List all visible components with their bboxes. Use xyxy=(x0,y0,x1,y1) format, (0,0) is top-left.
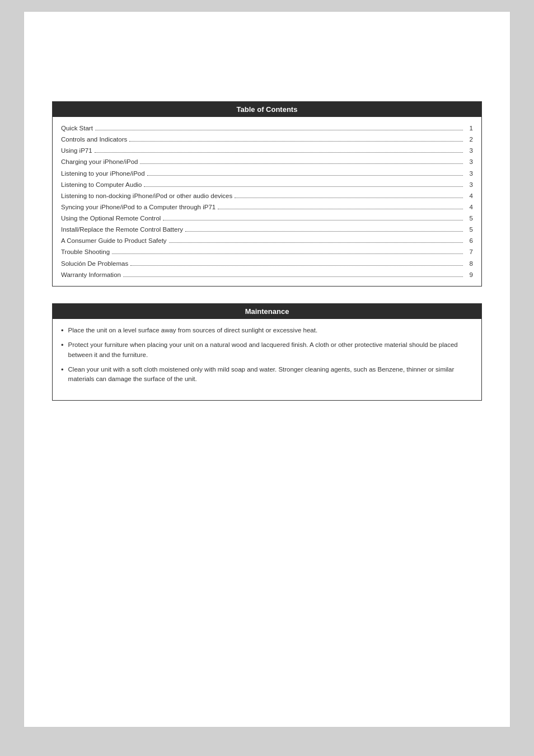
toc-dots xyxy=(185,231,463,232)
maintenance-bullet: Place the unit on a level surface away f… xyxy=(61,326,473,336)
toc-entry-title: Syncing your iPhone/iPod to a Computer t… xyxy=(61,201,216,213)
toc-dots xyxy=(112,253,463,254)
toc-section: Table of Contents Quick Start1Controls a… xyxy=(52,101,482,287)
toc-entry-page: 7 xyxy=(465,246,473,257)
toc-entry-title: Install/Replace the Remote Control Batte… xyxy=(61,224,183,235)
toc-row: Charging your iPhone/iPod3 xyxy=(61,156,473,167)
toc-dots xyxy=(95,152,463,153)
maintenance-header: Maintenance xyxy=(53,304,481,319)
maintenance-list: Place the unit on a level surface away f… xyxy=(61,326,473,384)
toc-entry-page: 1 xyxy=(465,123,473,134)
toc-entry-title: Trouble Shooting xyxy=(61,246,110,257)
toc-dots xyxy=(163,220,463,220)
toc-entry-page: 2 xyxy=(465,134,473,145)
toc-row: Warranty Information9 xyxy=(61,269,473,280)
toc-entry-title: Charging your iPhone/iPod xyxy=(61,156,138,167)
toc-entry-page: 3 xyxy=(465,156,473,167)
toc-entry-page: 9 xyxy=(465,269,473,280)
toc-row: Quick Start1 xyxy=(61,123,473,134)
toc-entry-title: Listening to non-docking iPhone/iPod or … xyxy=(61,190,232,201)
toc-row: Using the Optional Remote Control5 xyxy=(61,213,473,224)
toc-entry-page: 3 xyxy=(465,145,473,156)
toc-row: Solución De Problemas8 xyxy=(61,258,473,269)
toc-entry-title: Listening to your iPhone/iPod xyxy=(61,168,145,179)
toc-row: Listening to Computer Audio3 xyxy=(61,179,473,190)
toc-dots xyxy=(140,163,463,164)
toc-row: A Consumer Guide to Product Safety6 xyxy=(61,235,473,246)
toc-dots xyxy=(130,265,463,266)
maintenance-section: Maintenance Place the unit on a level su… xyxy=(52,303,482,401)
toc-row: Listening to non-docking iPhone/iPod or … xyxy=(61,190,473,201)
toc-dots xyxy=(95,130,463,130)
maintenance-bullet: Clean your unit with a soft cloth moiste… xyxy=(61,365,473,385)
toc-row: Syncing your iPhone/iPod to a Computer t… xyxy=(61,201,473,213)
toc-dots xyxy=(169,242,463,243)
toc-entry-page: 6 xyxy=(465,235,473,246)
page: Table of Contents Quick Start1Controls a… xyxy=(24,11,510,727)
toc-entry-page: 8 xyxy=(465,258,473,269)
toc-dots xyxy=(218,209,463,209)
toc-entry-page: 4 xyxy=(465,190,473,201)
toc-row: Listening to your iPhone/iPod3 xyxy=(61,168,473,179)
toc-row: Install/Replace the Remote Control Batte… xyxy=(61,224,473,235)
toc-entry-page: 5 xyxy=(465,213,473,224)
toc-entry-page: 5 xyxy=(465,224,473,235)
toc-entry-title: Quick Start xyxy=(61,123,93,134)
toc-dots xyxy=(129,141,463,142)
toc-entry-page: 3 xyxy=(465,168,473,179)
toc-entry-page: 3 xyxy=(465,179,473,190)
toc-dots xyxy=(235,198,463,198)
toc-header: Table of Contents xyxy=(53,102,481,117)
toc-entry-title: A Consumer Guide to Product Safety xyxy=(61,235,167,246)
toc-row: Trouble Shooting7 xyxy=(61,246,473,257)
toc-entry-title: Using the Optional Remote Control xyxy=(61,213,161,224)
toc-entry-title: Controls and Indicators xyxy=(61,134,127,145)
toc-row: Using iP713 xyxy=(61,145,473,156)
toc-entry-title: Listening to Computer Audio xyxy=(61,179,142,190)
toc-row: Controls and Indicators2 xyxy=(61,134,473,145)
top-spacer xyxy=(52,34,482,101)
toc-entry-title: Using iP71 xyxy=(61,145,92,156)
maintenance-bullet: Protect your furniture when placing your… xyxy=(61,340,473,360)
maintenance-body: Place the unit on a level surface away f… xyxy=(53,319,481,400)
toc-entry-page: 4 xyxy=(465,201,473,213)
toc-body: Quick Start1Controls and Indicators2Usin… xyxy=(53,117,481,286)
toc-dots xyxy=(147,175,463,176)
toc-entry-title: Warranty Information xyxy=(61,269,121,280)
toc-entry-title: Solución De Problemas xyxy=(61,258,128,269)
toc-dots xyxy=(144,186,463,187)
toc-dots xyxy=(123,276,463,277)
